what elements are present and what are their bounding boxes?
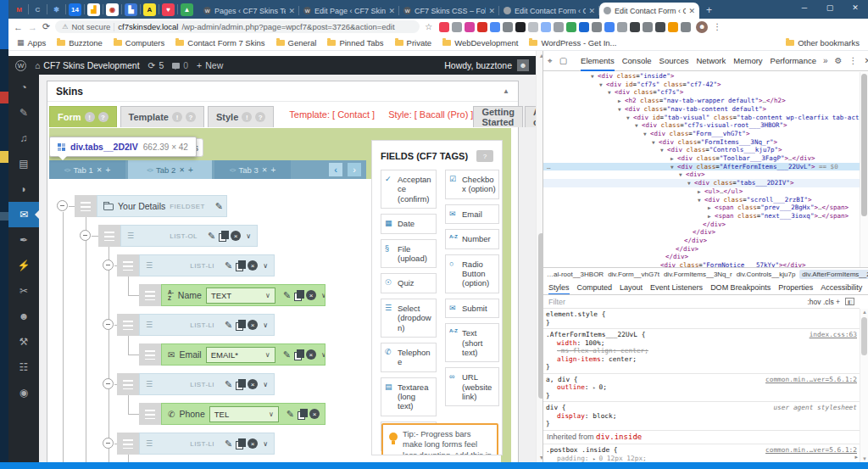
sidebar-item-cf7-skins[interactable]: ✂: [8, 278, 39, 304]
tree-row[interactable]: ☰LIST-OL✎×∨: [98, 225, 258, 247]
dom-line[interactable]: ▼<div class="cf7s-visual-root___3HBOR">: [543, 121, 860, 130]
bookmark-folder[interactable]: General: [276, 38, 317, 47]
wordpress-logo-icon[interactable]: W: [15, 60, 26, 71]
pen-extension-icon[interactable]: [579, 22, 589, 32]
chevron-down-icon[interactable]: ∨: [321, 292, 326, 299]
docs-pinned-tab[interactable]: ▙: [125, 3, 137, 16]
blue-doc-extension-icon[interactable]: [604, 22, 615, 32]
scroll-up-icon[interactable]: ▲: [860, 310, 868, 315]
browser-tab[interactable]: WCF7 Skins CSS – Folders & File✕: [399, 3, 499, 19]
bookmark-folder[interactable]: WordPress - Get In...: [529, 38, 616, 47]
alert-badge[interactable]: !: [242, 112, 252, 122]
dom-line[interactable]: ▶<h2 class="nav-tab-wrapper default">…</…: [543, 97, 860, 105]
edit-icon[interactable]: ✎: [225, 438, 232, 449]
form-tab[interactable]: <>Tab 2✕+: [128, 160, 212, 179]
dom-line[interactable]: </div>: [543, 228, 860, 237]
circle-extension-icon[interactable]: [643, 22, 653, 32]
snowflake-extension-icon[interactable]: [541, 22, 551, 32]
sidebar-item-plugins[interactable]: ⚡: [8, 253, 39, 278]
tree-row[interactable]: ✉EmailEMAIL*∨✎×∨: [139, 343, 326, 366]
scrollbar-thumb[interactable]: [861, 317, 867, 355]
styles-tab-accessibility[interactable]: Accessibility: [821, 281, 862, 295]
tab-close-icon[interactable]: ✕: [688, 7, 695, 15]
comments-menu[interactable]: 0: [172, 60, 188, 70]
browser-tab[interactable]: WPages ‹ CF7 Skins Team — Wo✕: [199, 3, 299, 19]
bookmark-folder[interactable]: Computers: [114, 38, 164, 47]
edit-icon[interactable]: ✎: [225, 320, 232, 331]
sidebar-item-pages[interactable]: ▤: [8, 151, 39, 176]
inspect-element-icon[interactable]: ⌖: [548, 56, 553, 66]
chevron-down-icon[interactable]: ∨: [325, 410, 326, 418]
drag-handle[interactable]: [139, 284, 161, 306]
browser-tab[interactable]: Edit Contact Form ‹ CF7 Skins✕: [599, 3, 699, 19]
dom-line[interactable]: ▼<div>: [543, 170, 860, 179]
clock-extension-icon[interactable]: [630, 22, 640, 32]
field-item-checkbox[interactable]: ☑Checkbox (option): [445, 170, 499, 199]
css-property[interactable]: padding: ▸ 0 12px 12px;: [546, 455, 857, 463]
field-type-select[interactable]: TEL∨: [209, 406, 279, 422]
collapse-node[interactable]: [80, 230, 91, 241]
delete-icon[interactable]: ×: [309, 409, 320, 419]
dom-line[interactable]: ▼<div class="Form___vhG7t">: [543, 130, 860, 138]
dom-line[interactable]: ▼<div class="cf7s">: [543, 88, 860, 97]
frame-extension-icon[interactable]: [592, 22, 602, 32]
tab-form[interactable]: Form!?: [49, 106, 117, 127]
dom-line[interactable]: ▼<div id="tab-visual" class="tab-content…: [543, 114, 860, 122]
dom-line[interactable]: ▶<span class="prev___2BgHx">…</span>: [543, 204, 860, 212]
duplicate-icon[interactable]: [236, 260, 244, 271]
filter-input[interactable]: Filter: [548, 298, 802, 306]
tab-close-icon[interactable]: ✕: [588, 7, 595, 15]
collapse-node[interactable]: [103, 319, 114, 330]
new-content-menu[interactable]: + New: [197, 60, 223, 70]
forest-pinned-tab[interactable]: ▲: [181, 3, 193, 16]
dom-line[interactable]: ▼<div class="inside">: [543, 72, 860, 81]
dom-line[interactable]: ▼<div class="nav-tab-content default">: [543, 105, 860, 114]
dom-line[interactable]: ▼<div id="cf7s" class="cf7-42">: [543, 81, 860, 89]
devtools-tab-performance[interactable]: Performance: [771, 51, 816, 71]
breadcrumb-item[interactable]: …al-root__3HBOR: [547, 271, 604, 278]
sidebar-item-comments[interactable]: ◗: [8, 176, 39, 202]
analytics-pinned-tab[interactable]: ▟: [87, 3, 100, 16]
sidebar-item-media-extra[interactable]: ◉: [8, 380, 39, 405]
settings-gear-icon[interactable]: ⚙: [835, 56, 843, 65]
collapse-node[interactable]: [57, 200, 68, 211]
delete-icon[interactable]: ×: [248, 320, 258, 330]
css-property[interactable]: display: block;: [546, 412, 857, 421]
dom-line[interactable]: </div>: [543, 221, 860, 229]
delete-icon[interactable]: ×: [248, 260, 258, 271]
form-tab[interactable]: <>Tab 1✕+: [49, 160, 125, 179]
stylesheet-link[interactable]: index.css:63: [810, 331, 857, 339]
dark-app-extension-icon[interactable]: [515, 22, 526, 32]
sidebar-item-settings[interactable]: ☷: [8, 355, 39, 380]
tree-row[interactable]: A-ZNameTEXT∨✎×∨: [139, 284, 326, 306]
delete-icon[interactable]: ×: [248, 438, 258, 449]
updates-menu[interactable]: ⟳ 5: [148, 60, 164, 70]
chevron-down-icon[interactable]: ∨: [321, 351, 326, 359]
scroll-next-icon[interactable]: ›: [348, 163, 361, 176]
reload-icon[interactable]: ⟳: [42, 21, 50, 32]
styles-tab-computed[interactable]: Computed: [577, 281, 613, 295]
forward-icon[interactable]: →: [28, 22, 37, 32]
drive-pinned-tab[interactable]: ✱: [50, 3, 63, 16]
duplicate-icon[interactable]: [236, 320, 244, 330]
bookmark-folder[interactable]: Buzztone: [57, 38, 103, 47]
instagram-extension-icon[interactable]: [465, 22, 475, 32]
field-item-url[interactable]: ∞URL (website link): [445, 367, 499, 406]
breadcrumb-item[interactable]: div.Form__vhG7t: [608, 271, 659, 278]
styles-tab-layout[interactable]: Layout: [620, 281, 643, 295]
tree-row[interactable]: ☰LIST-LI✎×∨: [117, 373, 275, 395]
dom-line[interactable]: ▶<span class="next___3ioxq">…</span>: [543, 212, 860, 221]
css-property[interactable]: width: 100%;: [546, 339, 857, 348]
chevron-down-icon[interactable]: ∨: [263, 321, 268, 329]
tab-template[interactable]: Template!?: [120, 106, 204, 127]
dom-line[interactable]: …▼<div class="AfterFormItems___22UvL"> =…: [543, 163, 860, 171]
css-property[interactable]: align-items: center;: [546, 355, 857, 364]
add-tab-icon[interactable]: +: [188, 165, 193, 175]
picker-extension-icon[interactable]: [503, 22, 513, 32]
dom-line[interactable]: </div>: [543, 245, 860, 254]
profile-avatar[interactable]: ☻: [696, 21, 708, 33]
edit-icon[interactable]: ✎: [215, 201, 223, 212]
tree-row[interactable]: Your DetailsFIELDSET✎×: [75, 195, 227, 217]
stylesheet-link[interactable]: user agent stylesheet: [773, 404, 857, 412]
field-type-select[interactable]: TEXT∨: [206, 288, 275, 304]
